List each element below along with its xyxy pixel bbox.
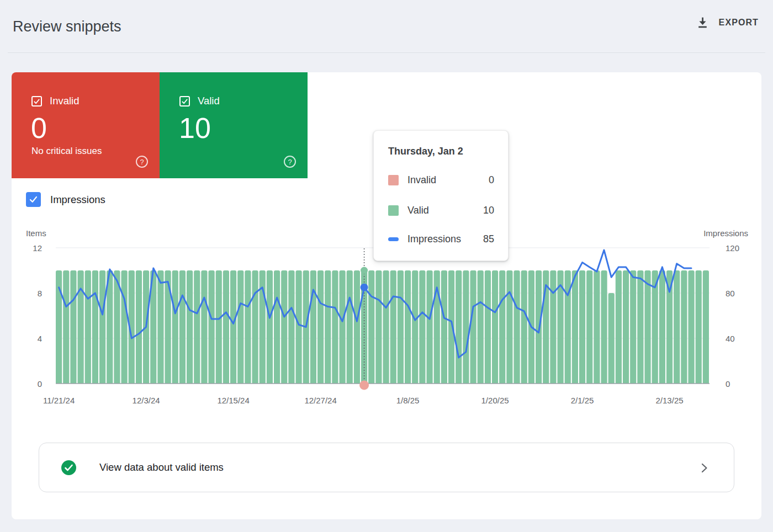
- tooltip-date: Thursday, Jan 2: [388, 146, 463, 157]
- svg-text:8: 8: [38, 289, 42, 298]
- tooltip-row-invalid: Invalid 0: [388, 174, 494, 185]
- svg-text:12/3/24: 12/3/24: [133, 396, 160, 405]
- svg-text:12/27/24: 12/27/24: [304, 396, 336, 405]
- chart-tooltip: Thursday, Jan 2 Invalid 0 Valid 10 Impre…: [373, 130, 509, 261]
- valid-items-banner[interactable]: View data about valid items: [39, 443, 734, 492]
- svg-text:120: 120: [726, 243, 739, 253]
- invalid-swatch-icon: [388, 175, 399, 185]
- impressions-swatch-icon: [388, 234, 399, 244]
- check-circle-icon: [61, 460, 76, 475]
- svg-text:0: 0: [38, 379, 42, 389]
- tooltip-impressions-value: 85: [483, 233, 494, 245]
- svg-text:80: 80: [726, 289, 735, 298]
- svg-text:12/15/24: 12/15/24: [217, 396, 249, 405]
- svg-text:12: 12: [33, 243, 42, 253]
- svg-text:11/21/24: 11/21/24: [43, 396, 75, 405]
- svg-text:2/1/25: 2/1/25: [571, 396, 594, 405]
- svg-text:1/8/25: 1/8/25: [396, 396, 420, 405]
- review-snippets-page: Review snippets EXPORT Invalid 0 No crit…: [0, 0, 773, 532]
- tooltip-row-impressions: Impressions 85: [388, 233, 494, 244]
- svg-text:2/13/25: 2/13/25: [656, 396, 684, 405]
- banner-label: View data about valid items: [99, 461, 224, 474]
- svg-text:40: 40: [726, 334, 735, 343]
- tooltip-row-valid: Valid 10: [388, 205, 494, 216]
- chevron-right-icon: [697, 461, 711, 475]
- svg-text:0: 0: [726, 379, 730, 389]
- tooltip-invalid-value: 0: [489, 174, 494, 186]
- valid-swatch-icon: [388, 205, 399, 216]
- svg-text:1/20/25: 1/20/25: [481, 396, 509, 405]
- tooltip-valid-value: 10: [483, 205, 494, 216]
- svg-text:4: 4: [38, 334, 42, 343]
